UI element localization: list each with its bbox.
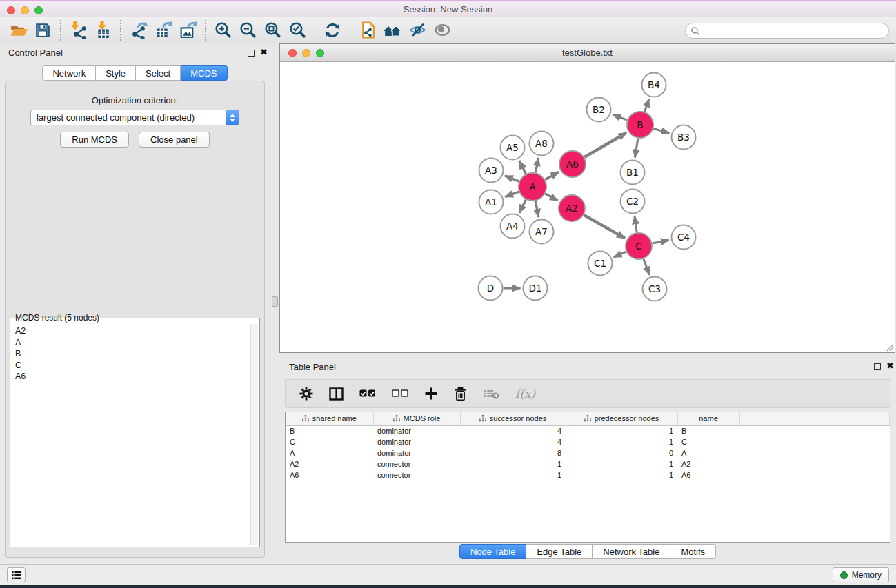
table-cell[interactable]: 1: [460, 458, 566, 469]
refresh-layout-button[interactable]: [320, 19, 345, 41]
import-network-button[interactable]: [66, 19, 90, 41]
home-button[interactable]: [380, 19, 405, 41]
graph-edge-A-A1[interactable]: [505, 192, 519, 196]
table-cell[interactable]: 8: [460, 447, 566, 458]
zoom-fit-button[interactable]: [260, 19, 285, 41]
show-graphics-button[interactable]: [430, 19, 455, 41]
graph-edge-A-A4[interactable]: [519, 200, 526, 213]
zoom-in-button[interactable]: [210, 19, 235, 41]
show-column-button[interactable]: [329, 387, 344, 401]
table-cell[interactable]: 1: [566, 436, 677, 447]
table-cell[interactable]: connector: [373, 458, 460, 469]
close-panel-button[interactable]: Close panel: [139, 132, 210, 148]
table-cell[interactable]: 4: [460, 436, 566, 447]
tab-node-table[interactable]: Node Table: [459, 544, 527, 559]
table-cell[interactable]: A: [286, 447, 373, 458]
table-row[interactable]: Bdominator41B: [286, 425, 890, 436]
graph-edge-A6-B[interactable]: [584, 133, 626, 157]
graph-edge-A-A5[interactable]: [519, 161, 526, 174]
table-cell[interactable]: 1: [566, 425, 677, 436]
close-table-panel-icon[interactable]: ✖: [886, 361, 894, 372]
mcds-result-item[interactable]: B: [15, 348, 250, 360]
tab-edge-table[interactable]: Edge Table: [526, 544, 593, 559]
graph-edge-A-A6[interactable]: [545, 172, 559, 179]
graph-edge-A-A3[interactable]: [505, 176, 519, 181]
graph-edge-C-C2[interactable]: [635, 216, 637, 232]
delete-column-button[interactable]: [454, 387, 467, 401]
table-cell[interactable]: C: [286, 436, 373, 447]
table-cell[interactable]: 1: [566, 458, 677, 469]
zoom-selected-button[interactable]: [285, 19, 310, 41]
hide-network-button[interactable]: [405, 19, 430, 41]
mcds-result-list[interactable]: A2ABCA6: [12, 324, 250, 545]
graph-edge-B-B2[interactable]: [613, 114, 627, 120]
table-cell[interactable]: A6: [286, 469, 373, 480]
panel-divider-handle[interactable]: [272, 296, 278, 307]
table-cell[interactable]: A2: [286, 458, 373, 469]
graph-edge-C-C3[interactable]: [644, 259, 650, 275]
graph-edge-A-A8[interactable]: [535, 158, 538, 172]
export-table-button[interactable]: [150, 19, 175, 41]
open-session-button[interactable]: [6, 19, 30, 41]
table-cell[interactable]: B: [677, 425, 739, 436]
mcds-result-scrollbar[interactable]: [250, 324, 258, 545]
graph-edge-C-C1[interactable]: [614, 252, 626, 257]
tab-network-table[interactable]: Network Table: [593, 544, 670, 559]
tab-mcds[interactable]: MCDS: [181, 65, 227, 81]
tab-network[interactable]: Network: [42, 65, 96, 81]
select-all-button[interactable]: [359, 389, 376, 398]
graph-edge-A-A2[interactable]: [545, 194, 557, 201]
graph-edge-B-B4[interactable]: [645, 99, 649, 112]
close-panel-icon[interactable]: ✖: [260, 47, 268, 58]
export-network-button[interactable]: [126, 19, 150, 41]
network-from-document-button[interactable]: [355, 19, 380, 41]
delete-table-button[interactable]: [483, 387, 499, 400]
column-header-successor-nodes[interactable]: successor nodes: [460, 412, 566, 425]
table-cell[interactable]: 1: [566, 469, 677, 480]
column-header-mcds-role[interactable]: MCDS role: [373, 412, 460, 425]
graph-edge-C-C4[interactable]: [653, 240, 669, 243]
table-cell[interactable]: 0: [566, 447, 677, 458]
graph-edge-B-B3[interactable]: [653, 128, 669, 133]
run-mcds-button[interactable]: Run MCDS: [60, 132, 129, 148]
table-cell[interactable]: connector: [373, 469, 460, 480]
table-cell[interactable]: dominator: [373, 436, 460, 447]
tab-motifs[interactable]: Motifs: [670, 544, 716, 559]
table-cell[interactable]: A: [677, 447, 739, 458]
criterion-select[interactable]: largest connected component (directed): [30, 110, 239, 125]
graph-edge-B-B1[interactable]: [635, 139, 637, 158]
import-table-button[interactable]: [90, 19, 115, 41]
mcds-result-item[interactable]: C: [15, 360, 250, 372]
float-table-panel-icon[interactable]: [874, 363, 881, 370]
save-session-button[interactable]: [30, 19, 55, 41]
column-header-name[interactable]: name: [677, 412, 739, 425]
tab-style[interactable]: Style: [96, 65, 136, 81]
network-canvas[interactable]: B4B2BB3A5A8A6A3B1AA1C2A2A4A7C4CC1C3DD1: [280, 62, 895, 352]
table-row[interactable]: A2connector11A2: [286, 458, 890, 469]
memory-button[interactable]: Memory: [833, 567, 889, 582]
resize-grip-icon[interactable]: [884, 342, 894, 352]
table-cell[interactable]: dominator: [373, 447, 460, 458]
settings-gear-button[interactable]: [299, 387, 313, 401]
column-header-shared-name[interactable]: shared name: [286, 412, 373, 425]
task-history-button[interactable]: [7, 567, 26, 582]
table-row[interactable]: Adominator80A: [286, 447, 890, 458]
deselect-all-button[interactable]: [392, 389, 408, 398]
add-column-button[interactable]: [424, 387, 438, 401]
graph-edge-A-A7[interactable]: [535, 201, 539, 217]
graph-edge-A2-C[interactable]: [584, 215, 625, 239]
table-cell[interactable]: A2: [677, 458, 739, 469]
network-graph[interactable]: B4B2BB3A5A8A6A3B1AA1C2A2A4A7C4CC1C3DD1: [280, 62, 895, 352]
table-cell[interactable]: A6: [677, 469, 739, 480]
float-panel-icon[interactable]: [248, 50, 255, 57]
column-header-predecessor-nodes[interactable]: predecessor nodes: [566, 412, 677, 425]
table-cell[interactable]: C: [677, 436, 739, 447]
table-cell[interactable]: 4: [460, 425, 566, 436]
mcds-result-item[interactable]: A6: [15, 371, 250, 383]
mcds-result-item[interactable]: A: [15, 337, 250, 349]
table-cell[interactable]: dominator: [373, 425, 460, 436]
table-cell[interactable]: 1: [460, 469, 566, 480]
mcds-result-item[interactable]: A2: [15, 325, 250, 337]
tab-select[interactable]: Select: [136, 65, 181, 81]
table-row[interactable]: Cdominator41C: [286, 436, 890, 447]
